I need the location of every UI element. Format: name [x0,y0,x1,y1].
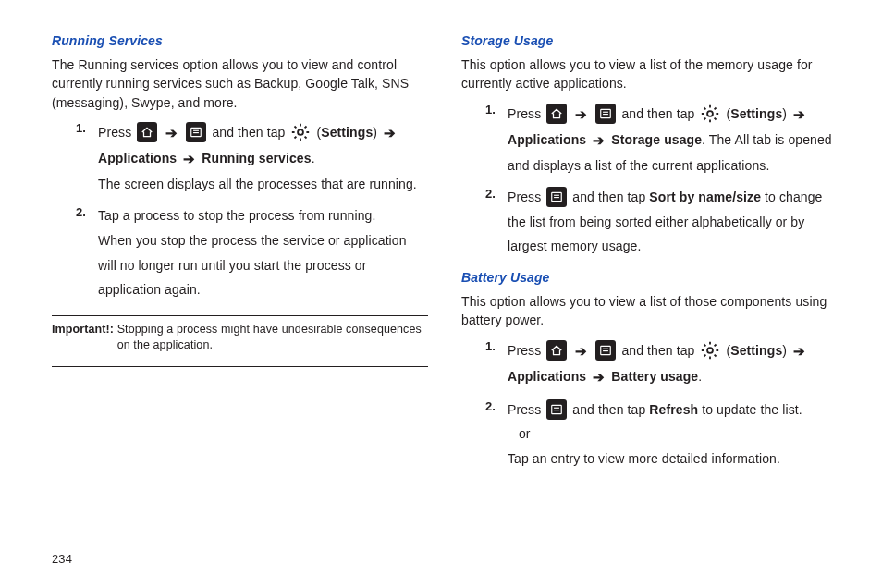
storage-usage-heading: Storage Usage [461,33,838,48]
step-1-text: Press ➔ and then tap (Settings) ➔ [98,119,428,172]
page-number: 234 [52,552,72,566]
settings-label: Settings [321,125,373,140]
running-services-heading: Running Services [52,33,428,48]
press-label: Press [508,190,541,204]
step-2-text: Press and then tap Sort by name/size to … [508,185,838,259]
arrow-icon: ➔ [165,125,178,141]
or-line: – or – [508,422,838,447]
right-column: Storage Usage This option allows you to … [461,33,838,566]
separator-line [52,315,428,316]
battery-usage-heading: Battery Usage [461,270,838,285]
running-services-steps: Press ➔ and then tap (Settings) ➔ [52,119,428,302]
settings-label: Settings [730,106,782,121]
home-icon [137,122,157,142]
step-1: Press ➔ and then tap (Settings) ➔ [485,337,838,390]
step-1-followup: The screen displays all the processes th… [98,172,428,197]
document-page: Running Services The Running services op… [0,0,882,588]
press-label: Press [508,402,541,417]
step-1: Press ➔ and then tap (Settings) ➔ [485,101,838,178]
arrow-icon: ➔ [793,343,805,359]
arrow-icon: ➔ [793,106,805,122]
separator-line [52,366,428,367]
menu-icon [595,340,616,361]
press-label: Press [508,343,541,358]
settings-icon [700,340,720,361]
and-then-tap: and then tap [621,106,694,121]
refresh-label: Refresh [649,402,698,417]
arrow-icon: ➔ [384,125,396,141]
step-2-text: Tap a process to stop the process from r… [98,203,428,228]
storage-usage-label: Storage usage [611,132,702,147]
svg-point-14 [708,348,714,353]
arrow-icon: ➔ [183,151,195,166]
and-then-tap: and then tap [572,190,645,204]
press-label: Press [98,125,131,140]
settings-icon [700,104,720,124]
step-2-after: to update the list. [698,402,802,417]
arrow-icon: ➔ [593,369,605,385]
storage-usage-intro: This option allows you to view a list of… [461,55,838,93]
step-2: Press and then tap Sort by name/size to … [485,185,838,259]
important-label: Important!: [52,323,114,336]
menu-icon [186,122,206,142]
battery-usage-label: Battery usage [611,369,698,384]
step-2-followup: When you stop the process the service or… [98,228,428,302]
running-services-intro: The Running services option allows you t… [52,55,428,112]
settings-icon [290,122,311,142]
storage-usage-steps: Press ➔ and then tap (Settings) ➔ [461,101,838,259]
important-text: Stopping a process might have undesirabl… [117,322,427,353]
press-label: Press [508,106,541,121]
step-1-text: Press ➔ and then tap (Settings) ➔ [508,101,838,178]
and-then-tap: and then tap [572,402,645,417]
home-icon [546,104,567,124]
battery-usage-intro: This option allows you to view a list of… [461,292,838,330]
applications-label: Applications [508,132,586,147]
running-services-label: Running services [202,151,311,165]
sort-label: Sort by name/size [649,190,761,204]
arrow-icon: ➔ [575,106,587,122]
applications-label: Applications [508,369,586,384]
settings-label: Settings [730,343,782,358]
step-2-text: Press and then tap Refresh to update the… [508,398,838,423]
arrow-icon: ➔ [575,343,587,359]
arrow-icon: ➔ [593,132,605,148]
step-2: Press and then tap Refresh to update the… [485,398,838,472]
left-column: Running Services The Running services op… [52,33,428,566]
menu-icon [546,187,567,207]
svg-point-3 [299,129,304,135]
applications-label: Applications [98,151,177,165]
step-2: Tap a process to stop the process from r… [76,203,428,301]
step-1: Press ➔ and then tap (Settings) ➔ [76,119,428,197]
home-icon [546,340,567,361]
important-note: Important!: Stopping a process might hav… [52,322,428,353]
and-then-tap: and then tap [621,343,694,358]
menu-icon [595,104,616,124]
step-1-text: Press ➔ and then tap (Settings) ➔ [508,337,838,390]
and-then-tap: and then tap [212,125,285,140]
battery-usage-steps: Press ➔ and then tap (Settings) ➔ [461,337,838,472]
menu-icon [546,399,567,420]
tap-entry-line: Tap an entry to view more detailed infor… [508,447,838,472]
svg-point-7 [708,111,714,116]
